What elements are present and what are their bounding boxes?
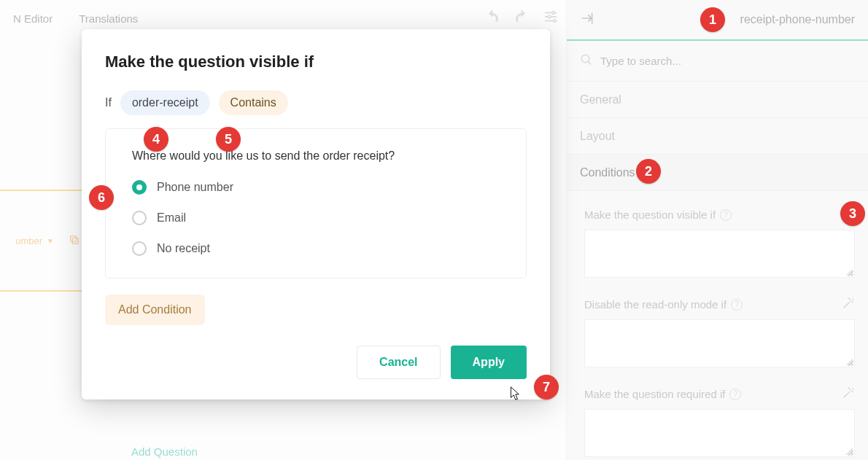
svg-point-0 (552, 12, 555, 15)
wand-icon[interactable] (842, 297, 855, 312)
panel-title: receipt-phone-number (740, 13, 855, 26)
svg-point-1 (548, 15, 551, 18)
cond-visible-textarea[interactable] (584, 230, 855, 278)
svg-rect-3 (72, 238, 78, 243)
condition-question-chip[interactable]: order-receipt (120, 90, 210, 115)
annotation-4: 4 (144, 127, 168, 152)
panel-tab-layout[interactable]: Layout (567, 118, 868, 155)
cancel-button[interactable]: Cancel (357, 346, 440, 379)
help-icon[interactable]: ? (729, 389, 741, 400)
radio-icon (132, 180, 147, 195)
annotation-1: 1 (700, 7, 725, 32)
svg-rect-4 (71, 235, 77, 241)
option-email[interactable]: Email (132, 211, 500, 225)
option-label: Phone number (157, 181, 233, 194)
help-icon[interactable]: ? (731, 299, 743, 311)
panel-tab-general[interactable]: General (567, 82, 868, 118)
panel-tab-conditions[interactable]: Conditions (567, 155, 868, 191)
option-no-receipt[interactable]: No receipt (132, 241, 500, 256)
cond-required-textarea[interactable] (584, 409, 855, 457)
svg-point-2 (554, 20, 557, 23)
undo-icon[interactable] (484, 9, 500, 28)
modal-title: Make the question visible if (105, 52, 527, 71)
option-phone[interactable]: Phone number (132, 180, 500, 195)
radio-icon (132, 241, 147, 256)
question-name-fragment: umber (15, 235, 42, 246)
radio-icon (132, 211, 147, 225)
option-label: Email (157, 211, 186, 225)
selected-question-fragment: umber ▼ (0, 190, 88, 292)
cond-readonly-textarea[interactable] (584, 319, 855, 367)
condition-modal: Make the question visible if If order-re… (82, 29, 550, 399)
cond-readonly-label: Disable the read-only mode if (584, 298, 726, 311)
wand-icon[interactable] (842, 386, 855, 402)
condition-operator-chip[interactable]: Contains (219, 90, 288, 115)
add-condition-button[interactable]: Add Condition (105, 295, 205, 325)
help-icon[interactable]: ? (720, 209, 732, 221)
collapse-panel-icon[interactable] (580, 11, 594, 28)
cond-required-label: Make the question required if (584, 388, 725, 400)
chevron-down-icon[interactable]: ▼ (47, 237, 54, 245)
annotation-2: 2 (636, 159, 661, 184)
annotation-6: 6 (89, 185, 114, 210)
search-input[interactable] (600, 55, 855, 67)
settings-icon[interactable] (543, 9, 559, 28)
cond-visible-label: Make the question visible if (584, 208, 716, 221)
search-icon (580, 53, 593, 69)
duplicate-icon[interactable] (69, 234, 80, 248)
annotation-3: 3 (840, 201, 865, 226)
add-question-button[interactable]: Add Question (131, 445, 198, 458)
options-card: Where would you like us to send the orde… (105, 128, 527, 278)
annotation-7: 7 (534, 375, 559, 399)
redo-icon[interactable] (514, 9, 530, 28)
if-label: If (105, 96, 112, 109)
option-label: No receipt (157, 242, 210, 255)
tab-json-editor[interactable]: N Editor (0, 0, 66, 36)
annotation-5: 5 (216, 127, 241, 152)
options-card-title: Where would you like us to send the orde… (132, 149, 500, 163)
right-panel: receipt-phone-number General Layout Cond… (566, 0, 868, 460)
apply-button[interactable]: Apply (451, 346, 527, 379)
